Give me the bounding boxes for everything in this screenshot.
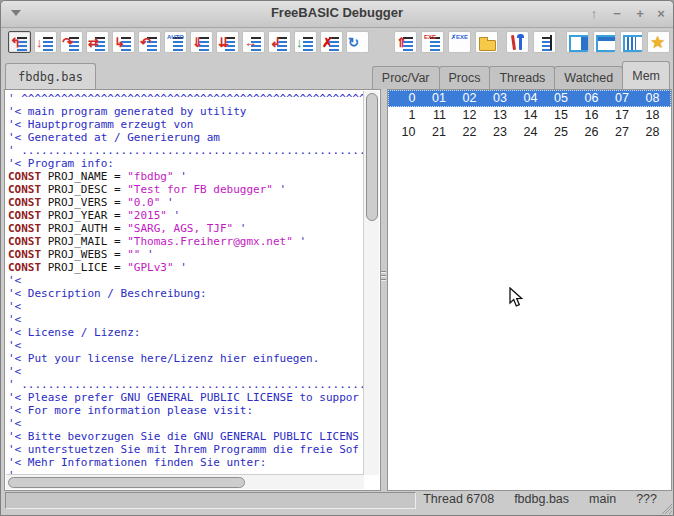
memory-cell: 24 <box>512 124 543 141</box>
step-return-button[interactable]: ↶ <box>138 31 161 53</box>
run-button[interactable]: ⇓ <box>190 31 213 53</box>
memory-cell: 15 <box>543 107 574 124</box>
status-fields: Thread 6708fbdbg.basmain??? <box>423 492 657 506</box>
wrench-icon <box>519 35 522 50</box>
code-line: '< Program info: <box>8 157 363 170</box>
code-line: CONST PROJ_VERS = "0.0" ' <box>8 196 363 209</box>
settings-tools-button[interactable] <box>506 31 529 53</box>
attach-process-icon: ⇑ <box>396 33 407 52</box>
window-layout-icon <box>596 35 616 52</box>
step-into-button[interactable]: ↓ <box>34 31 57 53</box>
tab-row: fbdbg.bas Proc/VarProcsThreadsWatchedMem <box>1 59 673 89</box>
memory-cell: 1 <box>390 107 421 124</box>
step-out-icon: ↲ <box>270 33 281 52</box>
open-file-button[interactable] <box>475 31 498 53</box>
memory-row[interactable]: 11112131415161718 <box>388 107 671 124</box>
horizontal-scrollbar-thumb[interactable] <box>8 477 245 488</box>
run-exe-button[interactable]: EXE <box>421 31 444 53</box>
vertical-scrollbar-thumb[interactable] <box>366 93 378 221</box>
maximize-button[interactable]: + <box>631 5 649 23</box>
memory-cell: 02 <box>451 90 482 107</box>
open-folder-icon <box>479 40 496 51</box>
auto-step-icon: AUTO <box>167 33 184 42</box>
memory-cell: 11 <box>421 107 452 124</box>
code-line: CONST PROJ_NAME = "fbdbg" ' <box>8 170 363 183</box>
tab-watched[interactable]: Watched <box>554 66 623 89</box>
code-line: CONST PROJ_DESC = "Test for FB debugger"… <box>8 183 363 196</box>
memory-cell: 04 <box>512 90 543 107</box>
memory-cell: 27 <box>604 124 635 141</box>
code-line: '< Description / Beschreibung: <box>8 287 363 300</box>
shade-button[interactable]: ↑ <box>585 5 603 23</box>
code-line: '< Put your license here/Lizenz hier ein… <box>8 352 363 365</box>
stop-debugging-icon: ✗ <box>322 33 333 52</box>
code-line: CONST PROJ_LICE = "GPLv3" ' <box>8 261 363 274</box>
memory-cell: 01 <box>421 90 452 107</box>
star-icon: ★ <box>650 32 665 53</box>
code-line: '< <box>8 313 363 326</box>
resize-grip-icon[interactable] <box>660 502 672 514</box>
run-to-cursor-button[interactable]: ⇊ <box>216 31 239 53</box>
code-line: ' ^^^^^^^^^^^^^^^^^^^^^^^^^^^^^^^^^^^^^^… <box>8 92 363 105</box>
tab-mem[interactable]: Mem <box>622 61 670 89</box>
memory-cell: 10 <box>390 124 421 141</box>
mouse-cursor-icon <box>509 287 524 308</box>
status-bar: Thread 6708fbdbg.basmain??? <box>1 489 673 515</box>
memory-cell: 18 <box>634 107 665 124</box>
status-field-3: ??? <box>636 492 657 506</box>
tab-proc-var[interactable]: Proc/Var <box>372 66 440 89</box>
step-multi-icon: ⇄ <box>88 33 99 52</box>
run-to-cursor-icon: ⇊ <box>218 33 229 52</box>
code-line: CONST PROJ_YEAR = "2015" ' <box>8 209 363 222</box>
favorites-button[interactable]: ★ <box>647 31 670 53</box>
layout-columns-button[interactable] <box>620 31 643 53</box>
memory-cell: 12 <box>451 107 482 124</box>
window-title: FreeBASIC Debugger <box>1 5 673 20</box>
run-exe-icon: EXE <box>424 33 436 42</box>
memory-row[interactable]: 102122232425262728 <box>388 124 671 141</box>
stop-debugging-button[interactable]: ✗ <box>320 31 343 53</box>
close-button[interactable]: × <box>652 5 670 23</box>
code-line: '< <box>8 274 363 287</box>
pane-splitter[interactable] <box>380 89 387 491</box>
step-into-icon: ↓ <box>36 33 43 52</box>
code-line: CONST PROJ_WEBS = "" ' <box>8 248 363 261</box>
layout-top-pane-button[interactable] <box>593 31 616 53</box>
code-line: '< Generated at / Generierung am <box>8 131 363 144</box>
memory-cell: 23 <box>482 124 513 141</box>
kill-exe-button[interactable]: ✗EXE <box>448 31 471 53</box>
memory-row-selected[interactable]: 00102030405060708 <box>388 90 671 107</box>
tab-source-file[interactable]: fbdbg.bas <box>5 63 96 89</box>
pen-icon <box>550 35 552 50</box>
tab-threads[interactable]: Threads <box>489 66 555 89</box>
layout-right-pane-button[interactable] <box>566 31 589 53</box>
title-bar[interactable]: FreeBASIC Debugger ↑ − + × <box>1 1 673 28</box>
memory-cell: 08 <box>634 90 665 107</box>
attach-process-button[interactable]: ⇑ <box>394 31 417 53</box>
step-multi-button[interactable]: ⇄ <box>86 31 109 53</box>
current-statement-button[interactable]: ↰ <box>8 31 31 53</box>
continue-run-button[interactable]: ↓ <box>294 31 317 53</box>
step-over-button[interactable]: ↷ <box>60 31 83 53</box>
memory-cell: 13 <box>482 107 513 124</box>
step-out-button[interactable]: ↲ <box>268 31 291 53</box>
run-icon: ⇓ <box>192 33 203 52</box>
code-editor[interactable]: ' ^^^^^^^^^^^^^^^^^^^^^^^^^^^^^^^^^^^^^^… <box>8 92 363 474</box>
log-options-button[interactable] <box>533 31 556 53</box>
code-line: CONST PROJ_AUTH = "SARG, AGS, TJF" ' <box>8 222 363 235</box>
window-layout-icon <box>569 35 589 52</box>
memory-panel: 0010203040506070811112131415161718102122… <box>387 89 672 491</box>
run-until-return-button[interactable]: ↔ <box>242 31 265 53</box>
status-field-1: fbdbg.bas <box>514 492 569 506</box>
vertical-scrollbar[interactable] <box>363 91 379 475</box>
current-statement-icon: ↰ <box>10 33 21 52</box>
auto-step-button[interactable]: AUTO <box>164 31 187 53</box>
restart-button[interactable]: ↻ <box>346 31 369 53</box>
step-to-line-button[interactable]: ↳ <box>112 31 135 53</box>
code-line: '< main program generated by utility <box>8 105 363 118</box>
tab-procs[interactable]: Procs <box>439 66 491 89</box>
code-line: '< unterstuetzen Sie mit Ihrem Programm … <box>8 443 363 456</box>
horizontal-scrollbar[interactable] <box>6 474 364 489</box>
code-line: '< <box>8 300 363 313</box>
minimize-button[interactable]: − <box>608 5 626 23</box>
